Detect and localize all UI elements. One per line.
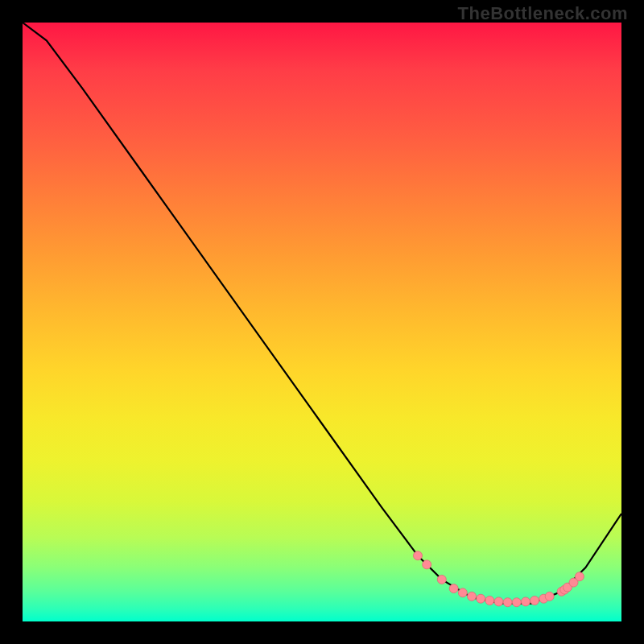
scatter-point: [449, 584, 458, 593]
scatter-point: [545, 592, 554, 601]
scatter-point: [423, 560, 431, 569]
scatter-point: [485, 597, 494, 605]
scatter-point: [458, 588, 467, 597]
scatter-point: [512, 598, 521, 607]
scatter-point: [494, 597, 503, 606]
scatter-point: [503, 598, 512, 607]
scatter-point: [437, 575, 446, 584]
scatter-point: [477, 594, 485, 603]
chart-svg: [23, 23, 621, 621]
scatter-point: [530, 597, 539, 605]
scatter-point: [575, 572, 584, 581]
chart-plot-area: [23, 23, 621, 621]
scatter-point: [468, 592, 477, 601]
scatter-point: [414, 551, 423, 560]
scatter-points-group: [414, 551, 584, 607]
bottleneck-curve-line: [23, 23, 621, 604]
scatter-point: [522, 597, 530, 606]
watermark-text: TheBottleneck.com: [458, 3, 628, 24]
